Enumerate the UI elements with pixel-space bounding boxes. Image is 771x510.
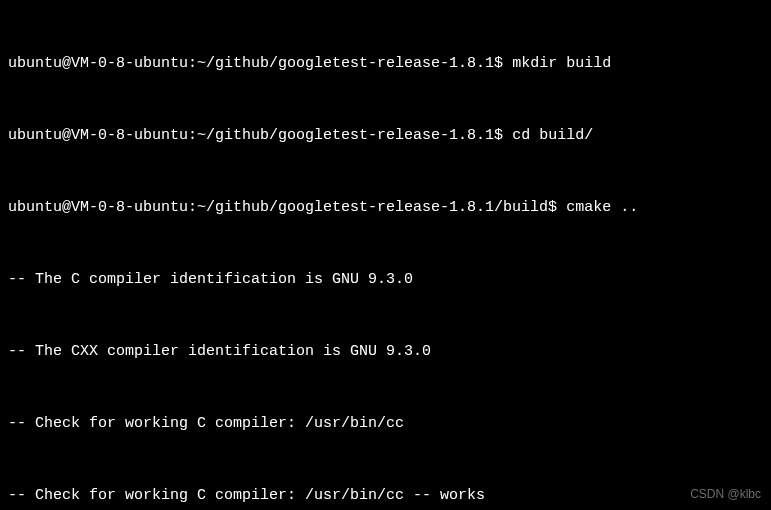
prompt-line: ubuntu@VM-0-8-ubuntu:~/github/googletest… — [8, 52, 763, 76]
prompt-line: ubuntu@VM-0-8-ubuntu:~/github/googletest… — [8, 124, 763, 148]
command-text: cmake .. — [566, 199, 638, 216]
prompt-user: ubuntu@VM-0-8-ubuntu — [8, 199, 188, 216]
prompt-user: ubuntu@VM-0-8-ubuntu — [8, 127, 188, 144]
prompt-path: ~/github/googletest-release-1.8.1 — [197, 127, 494, 144]
prompt-path: ~/github/googletest-release-1.8.1 — [197, 55, 494, 72]
terminal-window[interactable]: ubuntu@VM-0-8-ubuntu:~/github/googletest… — [0, 0, 771, 510]
prompt-path: ~/github/googletest-release-1.8.1/build — [197, 199, 548, 216]
output-line: -- Check for working C compiler: /usr/bi… — [8, 484, 763, 508]
prompt-user: ubuntu@VM-0-8-ubuntu — [8, 55, 188, 72]
command-text: cd build/ — [512, 127, 593, 144]
prompt-line: ubuntu@VM-0-8-ubuntu:~/github/googletest… — [8, 196, 763, 220]
command-text: mkdir build — [512, 55, 611, 72]
output-line: -- Check for working C compiler: /usr/bi… — [8, 412, 763, 436]
watermark: CSDN @klbc — [690, 485, 761, 504]
output-line: -- The C compiler identification is GNU … — [8, 268, 763, 292]
output-line: -- The CXX compiler identification is GN… — [8, 340, 763, 364]
